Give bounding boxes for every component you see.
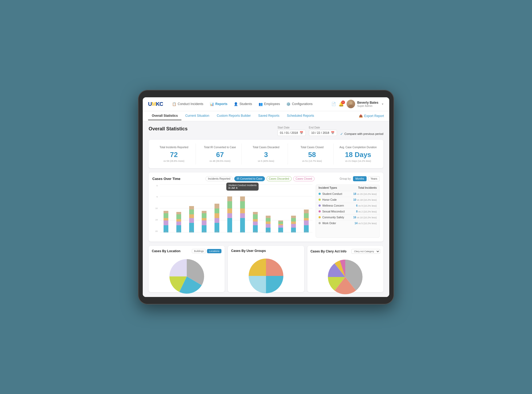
- incident-table-header: Incident Types Total Incidents: [316, 185, 379, 191]
- subnav-custom[interactable]: Custom Reports Builder: [213, 112, 254, 120]
- svg-point-0: [349, 101, 352, 104]
- start-date-field: Start Date 01 / 01 / 2018 📅: [277, 126, 305, 136]
- calendar-icon-end: 📅: [331, 131, 335, 135]
- bar-chart: 20151050 JanFebMarAprMayJunStudent Condu…: [152, 184, 312, 238]
- reports-icon: 📊: [210, 102, 214, 106]
- group-by: Group by: Months Years: [340, 176, 380, 181]
- sub-nav: Overall Statistics Current Situation Cus…: [143, 111, 389, 121]
- end-date-input[interactable]: 10 / 22 / 2018 📅: [309, 130, 337, 136]
- chart-title: Cases Over Time: [152, 177, 180, 181]
- nav-right: 📄 🔔 1 Beverly Bates Super Admin: [331, 100, 384, 108]
- config-icon: ⚙️: [286, 102, 291, 106]
- location-filters: Buildings Locations: [192, 249, 221, 253]
- stat-card-2: Total Cases Discarded 3 vs 5 (40% less): [244, 143, 288, 164]
- stat-card-4: Avg. Case Completion Duration 18 Days vs…: [336, 143, 380, 164]
- incident-row-0: Student Conduct 18 vs 15 (10.2% less): [316, 191, 379, 197]
- compare-checkbox[interactable]: ✓ Compare with previous period: [340, 132, 383, 136]
- incident-dot-1: [319, 199, 321, 201]
- incident-dot-0: [319, 193, 321, 195]
- incident-dot-4: [319, 216, 321, 218]
- notes-icon[interactable]: 📄: [331, 102, 336, 106]
- page-title: Overall Statistics: [149, 126, 188, 132]
- locations-button[interactable]: Locations: [207, 249, 222, 253]
- students-icon: 👤: [234, 102, 238, 106]
- chart-header: Cases Over Time Incidents Reported IR Co…: [152, 176, 380, 181]
- bar-group-Mar: Mar: [185, 184, 198, 232]
- nav-students[interactable]: 👤 Students: [231, 100, 255, 108]
- usergroups-pie-svg: [246, 256, 286, 288]
- stat-cards: Total Incidents Reported 72 vs 59 (28.8%…: [149, 140, 383, 168]
- bar-group-Feb: Feb: [173, 184, 185, 232]
- filter-closed[interactable]: Cases Closed: [293, 176, 315, 181]
- stat-card-0: Total Incidents Reported 72 vs 59 (28.8%…: [152, 143, 196, 164]
- clery-section: Cases By Clery Act Info Clery Act Catego…: [307, 246, 383, 292]
- stats-header: Overall Statistics Start Date 01 / 01 / …: [149, 126, 383, 136]
- bar-group-May: May: [211, 184, 223, 232]
- conduct-icon: 📋: [172, 102, 176, 106]
- nav-employees[interactable]: 👥 Employees: [256, 100, 283, 108]
- incident-row-5: Work Order 14 vs 5 (10.2% less): [316, 220, 379, 226]
- group-years[interactable]: Years: [368, 176, 380, 181]
- clery-select[interactable]: Clery Act Category: [351, 249, 380, 254]
- incident-row-2: Wellness Concern 6 vs 9 (10.2% less): [316, 203, 379, 209]
- location-pie: [152, 255, 221, 288]
- subnav-overall[interactable]: Overall Statistics: [148, 112, 181, 120]
- incident-table: Incident Types Total Incidents Student C…: [316, 184, 380, 238]
- usergroups-header: Cases By User Groups: [231, 249, 301, 253]
- stat-card-3: Total Cases Closed 58 vs 51 (13.7% less): [291, 143, 334, 164]
- filter-incidents[interactable]: Incidents Reported: [205, 176, 233, 181]
- bottom-charts: Cases By Location Buildings Locations: [149, 246, 383, 292]
- incident-dot-5: [319, 222, 321, 224]
- incident-dot-2: [319, 204, 321, 207]
- subnav-current[interactable]: Current Situation: [181, 112, 213, 120]
- usergroups-section: Cases By User Groups: [228, 246, 304, 292]
- filter-converted[interactable]: IR Converted to Case: [234, 176, 265, 181]
- chevron-down-icon: ▼: [381, 103, 384, 106]
- top-nav: UMKC 📋 Conduct Incidents 📊 Reports 👤 Stu…: [143, 97, 389, 111]
- chart-filters: Incidents Reported IR Converted to Case …: [205, 176, 315, 181]
- group-months[interactable]: Months: [353, 176, 367, 181]
- bar-group-Apr: Apr: [198, 184, 210, 232]
- buildings-button[interactable]: Buildings: [192, 249, 206, 253]
- calendar-icon: 📅: [300, 131, 303, 135]
- nav-reports[interactable]: 📊 Reports: [207, 100, 230, 108]
- sub-nav-items: Overall Statistics Current Situation Cus…: [148, 112, 359, 120]
- location-section: Cases By Location Buildings Locations: [149, 246, 225, 292]
- start-date-input[interactable]: 01 / 01 / 2018 📅: [277, 130, 305, 136]
- tablet-frame: UMKC 📋 Conduct Incidents 📊 Reports 👤 Stu…: [138, 90, 394, 304]
- clery-pie: [311, 256, 380, 289]
- incident-row-1: Honor Code 10 vs 18 (10.2% less): [316, 197, 379, 203]
- incident-row-4: Community Safety 16 vs 10 (10.2% less): [316, 215, 379, 220]
- incident-rows: Student Conduct 18 vs 15 (10.2% less) Ho…: [316, 191, 379, 226]
- bar-group-Aug: Aug: [249, 184, 261, 232]
- nav-conduct[interactable]: 📋 Conduct Incidents: [169, 100, 206, 108]
- bar-chart-wrap: 20151050 JanFebMarAprMayJunStudent Condu…: [152, 184, 312, 238]
- user-text: Beverly Bates Super Admin: [357, 101, 378, 107]
- export-icon: 📤: [359, 114, 363, 118]
- notification-badge: 1: [341, 100, 345, 104]
- location-pie-svg: [167, 256, 207, 288]
- chart-section: Cases Over Time Incidents Reported IR Co…: [149, 172, 383, 242]
- incident-dot-3: [319, 210, 321, 212]
- bell-button[interactable]: 🔔 1: [339, 102, 344, 107]
- usergroups-pie: [231, 255, 301, 288]
- end-date-field: End Date 10 / 22 / 2018 📅: [309, 126, 337, 136]
- subnav-saved[interactable]: Saved Reports: [255, 112, 283, 120]
- location-header: Cases By Location Buildings Locations: [152, 249, 221, 253]
- logo[interactable]: UMKC: [148, 101, 163, 107]
- subnav-scheduled[interactable]: Scheduled Reports: [283, 112, 318, 120]
- filter-discarded[interactable]: Cases Discarded: [267, 176, 292, 181]
- user-menu[interactable]: Beverly Bates Super Admin ▼: [347, 100, 384, 108]
- bar-group-Jan: Jan: [160, 184, 172, 232]
- y-axis: 20151050: [152, 184, 159, 232]
- chart-body: 20151050 JanFebMarAprMayJunStudent Condu…: [152, 184, 380, 238]
- export-report-button[interactable]: 📤 Export Report: [359, 114, 384, 118]
- nav-configurations[interactable]: ⚙️ Configurations: [284, 100, 315, 108]
- avatar: [347, 100, 355, 108]
- nav-items: 📋 Conduct Incidents 📊 Reports 👤 Students…: [169, 100, 331, 108]
- bar-group-Jun: Jun: [224, 184, 236, 232]
- date-range: Start Date 01 / 01 / 2018 📅 End Date 10 …: [277, 126, 383, 136]
- bar-group-Dec: Dec: [300, 184, 312, 232]
- bar-group-Nov: Nov: [287, 184, 300, 232]
- main-content: Overall Statistics Start Date 01 / 01 / …: [143, 121, 389, 297]
